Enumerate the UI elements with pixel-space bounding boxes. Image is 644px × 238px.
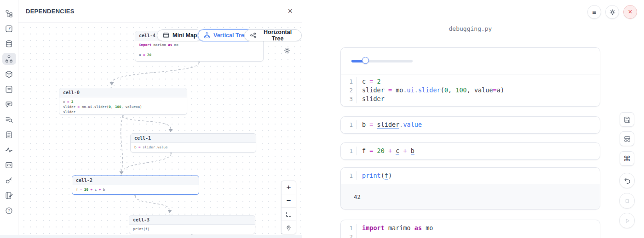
- code-line[interactable]: import marimo as mo: [356, 224, 600, 232]
- svg-text:f: f: [8, 26, 11, 31]
- sidebar-item-documentation[interactable]: [2, 83, 16, 95]
- notebook-area: ≡ × debugging.py 1 c = 2 2 slider = mo.u…: [302, 0, 644, 238]
- notebook-filename: debugging.py: [340, 25, 600, 32]
- node-code-line: a = 20: [139, 52, 259, 57]
- slider-handle[interactable]: [362, 57, 369, 64]
- code-line[interactable]: [356, 232, 600, 238]
- notebook-settings-button[interactable]: [605, 5, 619, 19]
- sidebar-item-snippets[interactable]: [2, 129, 16, 141]
- edge-cell0-cell1: [123, 116, 171, 129]
- logs-search-icon: [5, 115, 13, 124]
- scroll-icon: [5, 85, 13, 94]
- locate-node-button[interactable]: [282, 221, 296, 234]
- line-number: 1: [341, 77, 356, 86]
- code-line[interactable]: b = slider.value: [356, 120, 600, 129]
- sidebar-item-logs[interactable]: [2, 113, 16, 125]
- sidebar-item-help[interactable]: ?: [2, 204, 16, 216]
- node-code-line: c = 2: [63, 99, 183, 104]
- code-square-icon: [5, 161, 13, 170]
- shutdown-button[interactable]: ×: [623, 5, 637, 19]
- command-palette-button[interactable]: ⌘: [620, 151, 634, 166]
- node-title: cell-3: [129, 215, 255, 225]
- zoom-out-button[interactable]: −: [282, 194, 296, 207]
- stop-all-button[interactable]: [619, 193, 635, 209]
- graph-node-cell-2[interactable]: cell-2 f = 20 + c + b: [72, 176, 199, 195]
- cell-editor[interactable]: 1 f = 20 + c + b: [341, 143, 600, 159]
- edge-cell0-cell2: [121, 116, 123, 171]
- notebook-cell-import: 1 import marimo as mo 2: [340, 220, 600, 238]
- graph-node-cell-3[interactable]: cell-3 print(f): [129, 215, 255, 234]
- code-row: 1 f = 20 + c + b: [341, 147, 600, 155]
- minimap-button[interactable]: Mini Map: [157, 29, 202, 41]
- slider-track[interactable]: [351, 60, 413, 62]
- rows-icon: [162, 32, 170, 39]
- undo-button[interactable]: [619, 173, 635, 188]
- fit-view-icon: [285, 211, 292, 218]
- stop-icon: [623, 197, 631, 205]
- code-row: 1 print(f): [341, 171, 600, 180]
- node-code-line: import marimo as mo: [139, 42, 259, 47]
- cell-editor[interactable]: 1 c = 2 2 slider = mo.ui.slider(0, 100, …: [341, 74, 600, 106]
- sidebar-item-packages[interactable]: [2, 68, 16, 80]
- panel-title: DEPENDENCIES: [26, 8, 75, 15]
- code-line[interactable]: c = 2: [356, 77, 600, 86]
- horizontal-tree-label: Horizontal Tree: [259, 29, 296, 42]
- package-cube-icon: [5, 70, 13, 79]
- code-line[interactable]: slider = mo.ui.slider(0, 100, value=a): [356, 86, 600, 95]
- play-icon: [623, 217, 631, 225]
- node-code-line: slider: [63, 109, 183, 114]
- code-row: 1 c = 2: [341, 77, 600, 86]
- zoom-in-button[interactable]: +: [282, 181, 296, 194]
- run-all-button[interactable]: [619, 213, 635, 228]
- file-tree-icon: [5, 9, 13, 18]
- cell-editor[interactable]: 1 import marimo as mo 2: [341, 220, 600, 238]
- svg-text:?: ?: [8, 209, 10, 213]
- sidebar-item-functions[interactable]: f: [2, 23, 16, 34]
- command-icon: ⌘: [623, 154, 631, 163]
- sidebar-item-outputs[interactable]: [2, 159, 16, 171]
- fit-view-button[interactable]: [282, 207, 296, 221]
- line-number: 1: [341, 224, 356, 232]
- node-code-line: slider = mo.ui.slider(0, 100, value=a): [63, 104, 183, 109]
- chat-bubble-icon: [5, 100, 13, 109]
- horizontal-tree-icon: [250, 32, 256, 39]
- code-line[interactable]: f = 20 + c + b: [356, 147, 600, 155]
- dependencies-panel: DEPENDENCIES × cell-4: [18, 0, 302, 238]
- console-output-text: 42: [354, 193, 361, 200]
- close-panel-button[interactable]: ×: [288, 7, 293, 15]
- sidebar-item-tracing[interactable]: [2, 144, 16, 156]
- code-line[interactable]: slider: [356, 95, 600, 103]
- gear-icon: [609, 8, 616, 16]
- edge-cell4-cell0: [112, 62, 199, 82]
- horizontal-tree-button[interactable]: Horizontal Tree: [244, 29, 302, 41]
- code-row: 1 import marimo as mo: [341, 224, 600, 232]
- sidebar-item-scratchpad[interactable]: [2, 189, 16, 201]
- code-line[interactable]: print(f): [356, 171, 600, 180]
- file-text-icon: [5, 130, 13, 139]
- layout-toggle-button[interactable]: [620, 131, 634, 146]
- arrowhead: [110, 82, 114, 85]
- minimap-label: Mini Map: [172, 32, 197, 39]
- dependency-graph-canvas[interactable]: cell-4 import marimo as mo a = 20 cell-0…: [18, 22, 302, 235]
- code-row: 2: [341, 232, 600, 238]
- vertical-tree-label: Vertical Tree: [213, 32, 247, 39]
- save-notebook-button[interactable]: [620, 112, 634, 127]
- graph-node-cell-0[interactable]: cell-0 c = 2 slider = mo.ui.slider(0, 10…: [59, 88, 187, 115]
- sidebar-item-chat[interactable]: [2, 98, 16, 110]
- node-code-line: [139, 47, 259, 52]
- sidebar-item-data-sources[interactable]: [2, 38, 16, 50]
- sidebar-item-dependencies[interactable]: [2, 53, 16, 65]
- line-number: 1: [341, 171, 356, 180]
- notebook-menu-button[interactable]: ≡: [587, 5, 601, 19]
- graph-settings-button[interactable]: [283, 46, 292, 55]
- vertical-tree-icon: [203, 32, 211, 39]
- cell-editor[interactable]: 1 b = slider.value: [341, 117, 600, 133]
- save-floppy-icon: [623, 116, 631, 124]
- graph-node-cell-1[interactable]: cell-1 b = slider.value: [130, 133, 256, 153]
- sidebar-item-file-tree[interactable]: [2, 7, 16, 19]
- map-pin-icon: [285, 224, 292, 231]
- arrowhead: [120, 171, 124, 175]
- cell-editor[interactable]: 1 print(f): [341, 168, 600, 184]
- graph-zoom-controls: + −: [281, 181, 296, 234]
- sidebar-item-secrets[interactable]: [2, 174, 16, 186]
